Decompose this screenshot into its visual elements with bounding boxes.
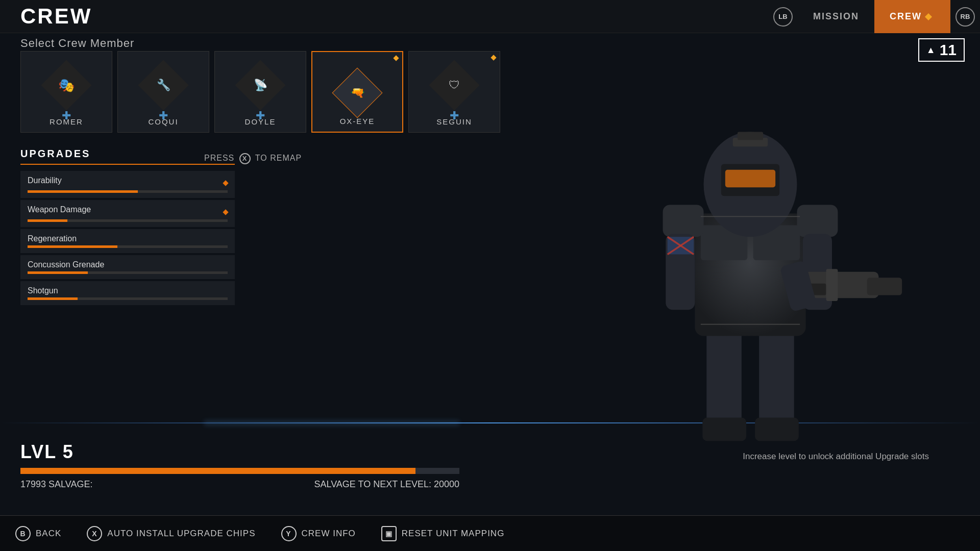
lb-button[interactable]: LB [773,7,793,27]
reset-label: RESET UNIT MAPPING [402,529,505,539]
seguin-diamond-icon [491,55,496,60]
upgrades-title: UPGRADES [20,148,235,165]
crew-member-row: 🎭 ✚ ROMER 🔧 ✚ COQUI 📡 ✚ DOYLE 🔫 [20,51,500,133]
crew-card-coqui[interactable]: 🔧 ✚ COQUI [117,51,209,133]
bottom-action-bar: B BACK X AUTO INSTALL UPGRADE CHIPS Y CR… [0,515,980,551]
level-bar-fill [20,468,415,474]
upgrade-concussion-grenade[interactable]: Concussion Grenade [20,255,235,279]
crew-info-button-badge: Y [281,526,297,541]
svg-rect-13 [725,170,775,187]
svg-rect-7 [663,205,704,237]
reset-button-badge: ▣ [381,526,397,541]
level-info-row: 17993 SALVAGE: SALVAGE TO NEXT LEVEL: 20… [20,479,459,490]
active-diamond-icon [925,13,932,20]
crew-name-oxeye: OX-EYE [340,117,375,126]
character-display [521,31,980,490]
upgrades-panel: UPGRADES Durability Weapon Damage Regene… [20,148,235,307]
shotgun-bar-fill [28,297,78,300]
nav-tabs: LB MISSION CREW RB [768,0,980,33]
crew-card-seguin[interactable]: 🛡 ✚ SEGUIN [408,51,500,133]
upgrade-weapon-damage[interactable]: Weapon Damage [20,200,235,227]
regeneration-bar-fill [28,245,117,248]
level-label: LVL 5 [20,441,480,463]
svg-rect-8 [797,205,838,237]
svg-rect-1 [759,324,794,430]
back-label: BACK [36,529,61,539]
auto-install-label: AUTO INSTALL UPGRADE CHIPS [107,529,255,539]
counter-box: ▲ 11 [918,38,965,62]
counter-up-arrow-icon: ▲ [926,45,936,56]
upgrade-durability[interactable]: Durability [20,171,235,198]
salvage-next: SALVAGE TO NEXT LEVEL: 20000 [314,479,460,490]
crew-name-seguin: SEGUIN [436,117,472,126]
svg-rect-19 [826,269,838,301]
concussion-bar-bg [28,271,228,274]
character-svg [572,56,929,464]
crew-card-oxeye[interactable]: 🔫 OX-EYE [311,51,403,133]
page-title: CREW [20,4,92,29]
svg-rect-17 [867,278,902,295]
divider-glow [204,420,459,425]
action-crew-info[interactable]: Y CREW INFO [281,526,356,541]
crew-card-doyle[interactable]: 📡 ✚ DOYLE [214,51,306,133]
shotgun-bar-bg [28,297,228,300]
remap-button-x[interactable]: X [239,153,251,164]
concussion-bar-fill [28,271,88,274]
header-bar: CREW LB MISSION CREW RB [0,0,980,33]
svg-rect-0 [706,324,742,430]
durability-diamond-icon [223,180,228,186]
weapon-damage-bar-fill [28,219,67,222]
durability-bar-bg [28,190,228,193]
crew-name-doyle: DOYLE [245,117,276,126]
level-section: LVL 5 17993 SALVAGE: SALVAGE TO NEXT LEV… [20,441,480,490]
rb-button[interactable]: RB [955,7,975,27]
counter-value: 11 [940,41,957,59]
weapon-damage-diamond-icon [223,209,228,215]
action-back[interactable]: B BACK [15,526,61,541]
durability-bar-fill [28,190,138,193]
weapon-damage-bar-bg [28,219,228,222]
select-crew-label: Select Crew Member [20,37,134,50]
svg-rect-15 [738,132,763,140]
action-auto-install[interactable]: X AUTO INSTALL UPGRADE CHIPS [87,526,255,541]
action-reset-mapping[interactable]: ▣ RESET UNIT MAPPING [381,526,505,541]
crew-card-romer[interactable]: 🎭 ✚ ROMER [20,51,112,133]
auto-install-button-badge: X [87,526,102,541]
crew-info-label: CREW INFO [302,529,356,539]
svg-rect-3 [755,418,799,441]
tab-mission[interactable]: MISSION [798,0,874,33]
regeneration-bar-bg [28,245,228,248]
unlock-hint: Increase level to unlock additional Upgr… [743,452,929,462]
oxeye-diamond-icon [393,55,399,61]
upgrade-shotgun[interactable]: Shotgun [20,281,235,305]
crew-name-romer: ROMER [50,117,83,126]
salvage-current: 17993 SALVAGE: [20,479,92,490]
level-bar-bg [20,468,459,474]
svg-rect-2 [702,418,746,441]
back-button-badge: B [15,526,31,541]
crew-name-coqui: COQUI [148,117,178,126]
upgrade-regeneration[interactable]: Regeneration [20,229,235,253]
tab-crew[interactable]: CREW [874,0,950,33]
